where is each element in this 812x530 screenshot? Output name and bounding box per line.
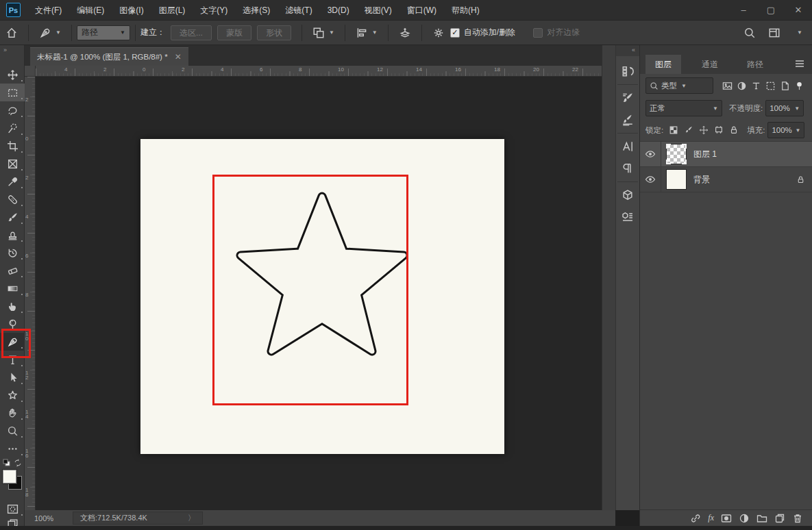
gear-icon[interactable] (427, 27, 450, 39)
lock-artboard-icon[interactable] (711, 123, 726, 137)
menu-3d[interactable]: 3D(D) (320, 0, 357, 21)
gradient-tool[interactable] (0, 279, 25, 297)
history-brush-tool[interactable] (0, 244, 25, 262)
workspace-switcher-icon[interactable] (768, 27, 780, 39)
tab-channels[interactable]: 通道 (692, 55, 728, 74)
minimize-button[interactable]: – (730, 0, 757, 21)
close-button[interactable]: ✕ (785, 0, 812, 21)
menu-select[interactable]: 选择(S) (235, 0, 278, 21)
menu-type[interactable]: 文字(Y) (193, 0, 235, 21)
visibility-eye-icon[interactable] (640, 142, 661, 167)
menu-image[interactable]: 图像(I) (112, 0, 151, 21)
edit-toolbar-icon[interactable] (0, 440, 25, 457)
lock-pixels-icon[interactable] (681, 123, 696, 137)
canvas-pasteboard[interactable] (36, 77, 602, 510)
layer-style-fx-icon[interactable]: fx (708, 513, 714, 523)
path-alignment-icon[interactable]: ▼ (350, 27, 383, 39)
filter-pixel-layers-icon[interactable] (720, 79, 735, 92)
filter-adjustment-layers-icon[interactable] (735, 79, 749, 92)
foreground-color-swatch[interactable] (3, 470, 16, 483)
add-layer-mask-icon[interactable] (721, 513, 732, 524)
close-tab-icon[interactable]: ✕ (175, 52, 182, 62)
auto-add-delete-checkbox[interactable]: ✓ (450, 28, 460, 38)
toolbar-collapse-icon[interactable]: » (0, 45, 25, 56)
default-colors-icon[interactable] (3, 459, 10, 466)
maximize-button[interactable]: ▢ (757, 0, 785, 21)
brush-settings-panel-icon[interactable] (616, 87, 639, 109)
layer-thumbnail[interactable] (666, 144, 687, 164)
lock-all-icon[interactable] (726, 123, 741, 137)
menu-layer[interactable]: 图层(L) (151, 0, 193, 21)
3d-panel-icon[interactable] (616, 184, 639, 206)
layer-name[interactable]: 背景 (693, 174, 710, 186)
new-layer-icon[interactable] (774, 513, 785, 524)
tab-layers[interactable]: 图层 (645, 55, 681, 74)
crop-tool[interactable] (0, 137, 25, 155)
divider (135, 25, 136, 41)
lock-transparency-icon[interactable] (666, 123, 681, 137)
document-tab[interactable]: 未标题-1 @ 100% (图层 1, RGB/8#) * ✕ (30, 47, 188, 66)
quick-selection-tool[interactable] (0, 119, 25, 137)
fill-value[interactable]: 100% ▼ (767, 122, 804, 138)
search-icon[interactable] (743, 27, 756, 39)
paragraph-panel-icon[interactable] (616, 157, 639, 179)
menu-file[interactable]: 文件(F) (27, 0, 69, 21)
filter-type-layers-icon[interactable] (749, 79, 763, 92)
new-adjustment-layer-icon[interactable] (739, 513, 750, 524)
delete-layer-icon[interactable] (792, 513, 803, 524)
layer-name[interactable]: 图层 1 (693, 149, 717, 160)
zoom-level-field[interactable]: 100% (34, 514, 73, 522)
swap-colors-icon[interactable] (14, 459, 22, 467)
tab-paths[interactable]: 路径 (737, 55, 773, 74)
zoom-tool[interactable] (0, 422, 25, 440)
layer-thumbnail[interactable] (666, 169, 687, 190)
panel-menu-icon[interactable] (794, 59, 805, 68)
status-popup-arrow-icon[interactable]: 〉 (188, 513, 195, 523)
spot-healing-brush-tool[interactable] (0, 190, 25, 208)
path-operations-icon[interactable]: ▼ (307, 27, 340, 39)
path-selection-tool[interactable] (0, 368, 25, 386)
layer-row-background[interactable]: 背景 (640, 167, 812, 192)
path-arrangement-icon[interactable] (393, 27, 417, 39)
home-icon[interactable] (0, 27, 23, 39)
clone-stamp-tool[interactable] (0, 226, 25, 244)
eraser-tool[interactable] (0, 262, 25, 279)
menu-window[interactable]: 窗口(W) (399, 0, 444, 21)
brushes-panel-icon[interactable] (616, 109, 639, 131)
collapse-panels-icon[interactable]: « (616, 45, 639, 56)
hand-tool[interactable] (0, 404, 25, 422)
menu-filter[interactable]: 滤镜(T) (278, 0, 319, 21)
libraries-panel-icon[interactable] (616, 206, 639, 228)
rectangular-marquee-tool[interactable] (0, 84, 25, 101)
menu-edit[interactable]: 编辑(E) (69, 0, 112, 21)
smudge-tool[interactable] (0, 297, 25, 315)
filter-type-select[interactable]: 类型 ▼ (645, 77, 713, 94)
chevron-down-icon[interactable]: ▼ (797, 29, 802, 36)
lasso-tool[interactable] (0, 101, 25, 119)
custom-shape-tool[interactable] (0, 386, 25, 404)
character-panel-icon[interactable] (616, 136, 639, 157)
visibility-eye-icon[interactable] (640, 167, 661, 192)
blend-mode-select[interactable]: 正常 ▼ (645, 100, 722, 116)
eyedropper-tool[interactable] (0, 173, 25, 190)
filter-smart-objects-icon[interactable] (778, 79, 792, 92)
link-layers-icon[interactable] (690, 513, 701, 524)
pen-tool-preset-icon[interactable]: ▼ (34, 27, 66, 39)
brush-tool[interactable] (0, 208, 25, 226)
layer-row-layer1[interactable]: 图层 1 (640, 142, 812, 167)
opacity-label: 不透明度: (729, 103, 763, 114)
frame-tool[interactable] (0, 155, 25, 173)
filter-toggle-icon[interactable] (792, 79, 807, 92)
opacity-value[interactable]: 100% ▼ (765, 100, 804, 116)
move-tool[interactable] (0, 66, 25, 84)
document-info[interactable]: 文档:712.5K/738.4K 〉 (73, 512, 203, 525)
tool-mode-select[interactable]: 路径 ▼ (77, 25, 130, 40)
filter-shape-layers-icon[interactable] (763, 79, 778, 92)
document-canvas[interactable] (140, 139, 504, 454)
lock-position-icon[interactable] (696, 123, 711, 137)
menu-help[interactable]: 帮助(H) (444, 0, 487, 21)
new-group-icon[interactable] (756, 513, 767, 524)
menu-bar: Ps 文件(F) 编辑(E) 图像(I) 图层(L) 文字(Y) 选择(S) 滤… (0, 0, 812, 21)
menu-view[interactable]: 视图(V) (357, 0, 399, 21)
history-panel-icon[interactable] (616, 60, 639, 82)
